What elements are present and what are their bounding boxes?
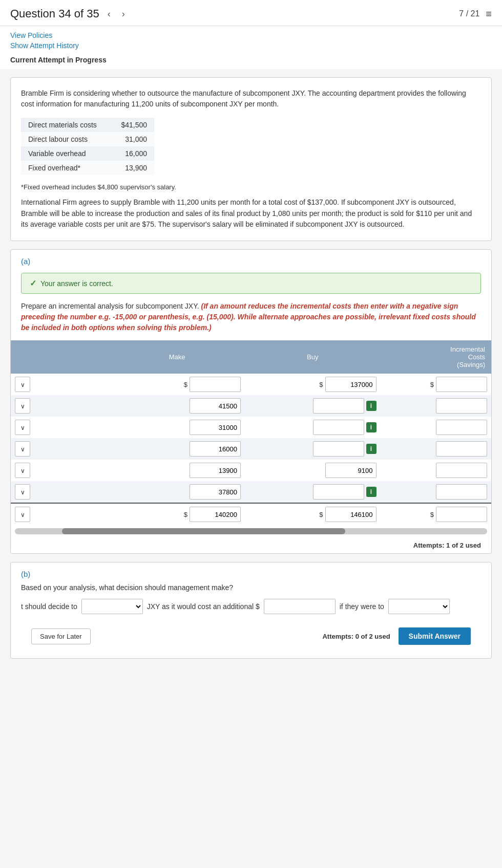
cost-value: 13,900 bbox=[111, 161, 154, 175]
make-dollar-sign: $ bbox=[184, 381, 187, 388]
incr-input-2[interactable] bbox=[436, 420, 487, 435]
part-b-question: Based on your analysis, what decision sh… bbox=[21, 583, 481, 592]
buy-input-2[interactable] bbox=[313, 420, 364, 435]
buy-cell bbox=[245, 460, 381, 481]
row-dropdown-1[interactable]: ∨ bbox=[15, 398, 30, 414]
correct-banner: ✓ Your answer is correct. bbox=[21, 273, 481, 294]
incr-input-6[interactable] bbox=[436, 507, 487, 522]
row-label-cell: ∨ bbox=[11, 417, 109, 438]
part-b-section: (b) Based on your analysis, what decisio… bbox=[10, 562, 492, 659]
main-content: Bramble Firm is considering whether to o… bbox=[0, 69, 502, 675]
analysis-row: ∨ $$$ bbox=[11, 503, 491, 525]
part-a-attempts: Attempts: 1 of 2 used bbox=[11, 537, 491, 553]
cost-table: Direct materials costs$41,500Direct labo… bbox=[21, 118, 154, 175]
cost-value: $41,500 bbox=[111, 118, 154, 132]
row-label-cell: ∨ bbox=[11, 374, 109, 395]
row-label-cell: ∨ bbox=[11, 395, 109, 417]
buy-cell: i bbox=[245, 481, 381, 503]
additional-text: International Firm agrees to supply Bram… bbox=[21, 197, 481, 230]
incr-cell bbox=[381, 481, 491, 503]
buy-cell: i bbox=[245, 438, 381, 460]
part-b-header: (b) bbox=[11, 562, 491, 583]
row-dropdown-5[interactable]: ∨ bbox=[15, 484, 30, 500]
next-button[interactable]: › bbox=[119, 8, 128, 20]
make-input-4[interactable] bbox=[190, 463, 241, 478]
menu-icon[interactable]: ≡ bbox=[486, 8, 492, 20]
cost-label: Fixed overhead* bbox=[21, 161, 111, 175]
make-input-3[interactable] bbox=[190, 441, 241, 457]
make-cell bbox=[109, 481, 245, 503]
col-header-incr: IncrementalCosts(Savings) bbox=[381, 340, 491, 374]
incr-cell bbox=[381, 395, 491, 417]
row-dropdown-0[interactable]: ∨ bbox=[15, 377, 30, 392]
incr-cell bbox=[381, 460, 491, 481]
buy-info-btn-3[interactable]: i bbox=[366, 444, 376, 454]
save-for-later-button[interactable]: Save for Later bbox=[31, 628, 91, 644]
analysis-row: ∨ i bbox=[11, 395, 491, 417]
view-policies-link[interactable]: View Policies bbox=[10, 31, 492, 39]
analysis-table-wrapper: Make Buy IncrementalCosts(Savings) ∨ $$$… bbox=[11, 340, 491, 537]
buy-info-btn-1[interactable]: i bbox=[366, 401, 376, 411]
part-b-attempts: Attempts: 0 of 2 used bbox=[322, 633, 390, 640]
submit-answer-button[interactable]: Submit Answer bbox=[399, 627, 471, 645]
buy-input-1[interactable] bbox=[313, 398, 364, 414]
buy-input-4[interactable] bbox=[325, 463, 376, 478]
part-b-body: Based on your analysis, what decision sh… bbox=[11, 583, 491, 658]
decision-row: t should decide to make outsource JXY as… bbox=[21, 599, 481, 614]
make-cell bbox=[109, 460, 245, 481]
incr-input-0[interactable] bbox=[436, 377, 487, 392]
incr-dollar-sign: $ bbox=[430, 511, 434, 518]
make-input-0[interactable] bbox=[190, 377, 241, 392]
buy-cell: $ bbox=[245, 503, 381, 525]
incr-input-1[interactable] bbox=[436, 398, 487, 414]
part-a-section: (a) ✓ Your answer is correct. Prepare an… bbox=[10, 249, 492, 554]
instruction-text: Prepare an incremental analysis for subc… bbox=[11, 301, 491, 340]
buy-input-6[interactable] bbox=[325, 507, 376, 522]
scrollbar-row bbox=[11, 525, 491, 537]
incr-cell: $ bbox=[381, 503, 491, 525]
row-dropdown-6[interactable]: ∨ bbox=[15, 507, 30, 522]
row-label-cell: ∨ bbox=[11, 503, 109, 525]
row-dropdown-2[interactable]: ∨ bbox=[15, 420, 30, 435]
show-attempt-history-link[interactable]: Show Attempt History bbox=[10, 41, 492, 50]
buy-info-btn-2[interactable]: i bbox=[366, 422, 376, 432]
header-left: Question 34 of 35 ‹ › bbox=[10, 7, 128, 20]
buy-info-btn-5[interactable]: i bbox=[366, 487, 376, 497]
col-header-buy: Buy bbox=[245, 340, 381, 374]
cost-additional-input[interactable] bbox=[264, 599, 336, 614]
analysis-table: Make Buy IncrementalCosts(Savings) ∨ $$$… bbox=[11, 340, 491, 537]
buy-dollar-sign: $ bbox=[319, 511, 323, 518]
incr-input-4[interactable] bbox=[436, 463, 487, 478]
row-dropdown-4[interactable]: ∨ bbox=[15, 463, 30, 478]
row-label-cell: ∨ bbox=[11, 481, 109, 503]
buy-cell: $ bbox=[245, 374, 381, 395]
incr-input-3[interactable] bbox=[436, 441, 487, 457]
incr-cell bbox=[381, 438, 491, 460]
incr-input-5[interactable] bbox=[436, 484, 487, 500]
row-dropdown-3[interactable]: ∨ bbox=[15, 441, 30, 457]
incr-dollar-sign: $ bbox=[430, 381, 434, 388]
cost-label: Direct materials costs bbox=[21, 118, 111, 132]
current-attempt-label: Current Attempt in Progress bbox=[0, 54, 502, 69]
decision-start-label: t should decide to bbox=[21, 602, 77, 611]
prev-button[interactable]: ‹ bbox=[104, 8, 114, 20]
cost-label: Direct labour costs bbox=[21, 132, 111, 146]
make-input-5[interactable] bbox=[190, 484, 241, 500]
scrollbar-track[interactable] bbox=[15, 528, 487, 534]
make-input-6[interactable] bbox=[190, 507, 241, 522]
make-cell: $ bbox=[109, 503, 245, 525]
decision-dropdown-2[interactable]: outsource make bbox=[388, 599, 450, 614]
row-label-cell: ∨ bbox=[11, 438, 109, 460]
make-cell: $ bbox=[109, 374, 245, 395]
buy-input-5[interactable] bbox=[313, 484, 364, 500]
buy-input-0[interactable] bbox=[325, 377, 376, 392]
buy-input-3[interactable] bbox=[313, 441, 364, 457]
decision-dropdown-1[interactable]: make outsource bbox=[81, 599, 143, 614]
row-label-cell: ∨ bbox=[11, 460, 109, 481]
make-input-1[interactable] bbox=[190, 398, 241, 414]
incr-cell bbox=[381, 417, 491, 438]
cost-label: Variable overhead bbox=[21, 146, 111, 161]
footer-row: Save for Later Attempts: 0 of 2 used Sub… bbox=[21, 622, 481, 650]
make-input-2[interactable] bbox=[190, 420, 241, 435]
header-right: 7 / 21 ≡ bbox=[459, 8, 492, 20]
